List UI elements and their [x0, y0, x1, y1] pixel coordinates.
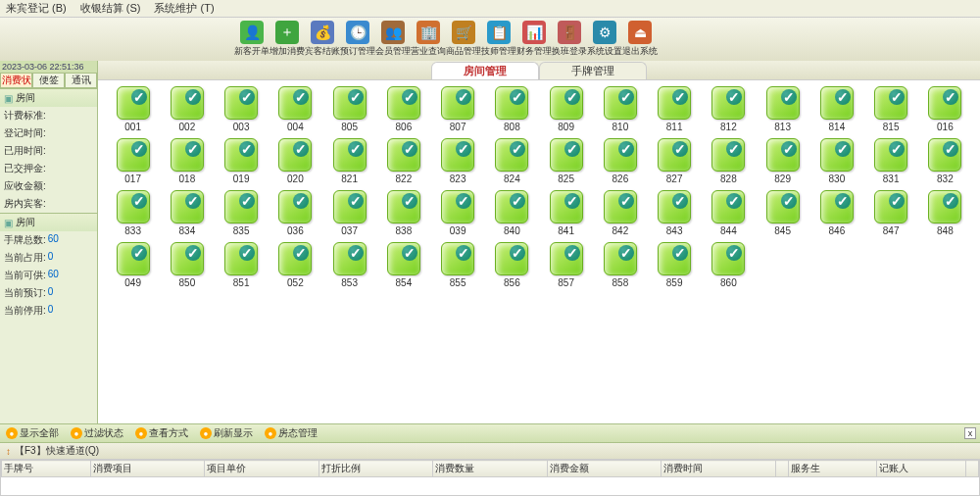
toolbar-button[interactable]: 🏢营业查询 — [412, 21, 445, 58]
toolbar-button[interactable]: 🚪换班登录 — [553, 21, 586, 58]
room-item[interactable]: 002 — [162, 86, 212, 132]
table-header-cell[interactable]: 项目单价 — [205, 461, 319, 477]
room-item[interactable]: 815 — [866, 86, 916, 132]
room-item[interactable]: 846 — [811, 190, 861, 236]
room-area: 0010020030048058068078088098108118128138… — [98, 80, 980, 423]
table-header-cell[interactable]: 消费数量 — [433, 461, 548, 477]
side-tab[interactable]: 便签 — [32, 73, 65, 88]
room-item[interactable]: 827 — [650, 138, 700, 184]
room-item[interactable]: 810 — [595, 86, 645, 132]
room-item[interactable]: 049 — [108, 242, 158, 288]
room-item[interactable]: 844 — [704, 190, 754, 236]
room-item[interactable]: 809 — [541, 86, 591, 132]
room-item[interactable]: 855 — [433, 242, 483, 288]
footer-button[interactable]: ●查看方式 — [135, 426, 188, 440]
room-item[interactable]: 858 — [595, 242, 645, 288]
room-item[interactable]: 805 — [324, 86, 374, 132]
room-item[interactable]: 828 — [704, 138, 754, 184]
room-item[interactable]: 826 — [595, 138, 645, 184]
room-item[interactable]: 822 — [378, 138, 428, 184]
room-item[interactable]: 835 — [217, 190, 267, 236]
room-item[interactable]: 833 — [108, 190, 158, 236]
room-item[interactable]: 821 — [324, 138, 374, 184]
toolbar-button[interactable]: 📊财务管理 — [517, 21, 551, 58]
room-item[interactable]: 831 — [866, 138, 916, 184]
table-header-cell[interactable]: 消费金额 — [547, 461, 662, 477]
toolbar-button[interactable]: 🛒商品管理 — [447, 21, 480, 58]
room-item[interactable]: 834 — [162, 190, 212, 236]
toolbar-button[interactable]: ＋增加消费 — [270, 21, 304, 58]
menu-item[interactable]: 收银结算 (S) — [80, 1, 141, 16]
room-item[interactable]: 823 — [433, 138, 483, 184]
room-item[interactable]: 036 — [270, 190, 320, 236]
toolbar-button[interactable]: 📋技师管理 — [482, 21, 515, 58]
table-header-cell[interactable] — [775, 461, 788, 477]
room-item[interactable]: 853 — [324, 242, 374, 288]
room-item[interactable]: 811 — [650, 86, 700, 132]
room-item[interactable]: 859 — [650, 242, 700, 288]
room-item[interactable]: 857 — [541, 242, 591, 288]
toolbar-button[interactable]: ⚙系统设置 — [588, 21, 621, 58]
room-item[interactable]: 854 — [378, 242, 428, 288]
main-tab[interactable]: 手牌管理 — [539, 62, 647, 79]
room-item[interactable]: 808 — [487, 86, 537, 132]
table-header-cell[interactable]: 消费项目 — [90, 461, 205, 477]
footer-button[interactable]: ●房态管理 — [265, 426, 318, 440]
table-header-cell[interactable]: 记账人 — [877, 461, 966, 477]
footer-button[interactable]: ●刷新显示 — [200, 426, 253, 440]
room-item[interactable]: 812 — [704, 86, 754, 132]
room-item[interactable]: 847 — [866, 190, 916, 236]
room-item[interactable]: 814 — [811, 86, 861, 132]
table-header-cell[interactable]: 手牌号 — [2, 461, 91, 477]
room-item[interactable]: 848 — [920, 190, 970, 236]
table-header-cell[interactable]: 消费时间 — [662, 461, 776, 477]
room-item[interactable]: 850 — [162, 242, 212, 288]
side-tab[interactable]: 消费状态 — [0, 73, 32, 88]
side-tab[interactable]: 通讯 — [65, 73, 97, 88]
room-item[interactable]: 825 — [541, 138, 591, 184]
menu-item[interactable]: 系统维护 (T) — [154, 1, 214, 16]
room-item[interactable]: 807 — [433, 86, 483, 132]
room-item[interactable]: 001 — [108, 86, 158, 132]
footer-button[interactable]: ●显示全部 — [6, 426, 59, 440]
room-item[interactable]: 037 — [324, 190, 374, 236]
room-item[interactable]: 052 — [270, 242, 320, 288]
toolbar-button[interactable]: 🕒预订管理 — [341, 21, 374, 58]
menu-item[interactable]: 来宾登记 (B) — [6, 1, 67, 16]
table-header-cell[interactable] — [966, 461, 979, 477]
room-item[interactable]: 840 — [487, 190, 537, 236]
room-item[interactable]: 017 — [108, 138, 158, 184]
room-item[interactable]: 842 — [595, 190, 645, 236]
room-item[interactable]: 806 — [378, 86, 428, 132]
room-item[interactable]: 824 — [487, 138, 537, 184]
room-item[interactable]: 856 — [487, 242, 537, 288]
room-item[interactable]: 841 — [541, 190, 591, 236]
room-item[interactable]: 020 — [270, 138, 320, 184]
toolbar-button[interactable]: ⏏退出系统 — [623, 21, 657, 58]
toolbar-button[interactable]: 💰宾客结账 — [306, 21, 339, 58]
room-item[interactable]: 813 — [758, 86, 808, 132]
table-header-cell[interactable]: 打折比例 — [318, 461, 433, 477]
close-icon[interactable]: x — [964, 427, 976, 439]
room-item[interactable]: 851 — [217, 242, 267, 288]
quick-channel-header[interactable]: 【F3】快速通道(Q) — [0, 443, 980, 459]
room-item[interactable]: 838 — [378, 190, 428, 236]
room-item[interactable]: 016 — [920, 86, 970, 132]
toolbar-button[interactable]: 👤新客开单 — [235, 21, 269, 58]
room-item[interactable]: 829 — [758, 138, 808, 184]
room-item[interactable]: 830 — [811, 138, 861, 184]
room-item[interactable]: 845 — [758, 190, 808, 236]
footer-button[interactable]: ●过滤状态 — [71, 426, 123, 440]
room-item[interactable]: 003 — [217, 86, 267, 132]
room-item[interactable]: 843 — [650, 190, 700, 236]
room-item[interactable]: 018 — [162, 138, 212, 184]
room-item[interactable]: 832 — [920, 138, 970, 184]
table-header-cell[interactable]: 服务生 — [788, 461, 877, 477]
main-tab[interactable]: 房间管理 — [431, 62, 539, 79]
room-item[interactable]: 004 — [270, 86, 320, 132]
room-item[interactable]: 860 — [704, 242, 754, 288]
room-icon — [874, 138, 907, 172]
room-item[interactable]: 019 — [217, 138, 267, 184]
toolbar-button[interactable]: 👥会员管理 — [376, 21, 410, 58]
room-item[interactable]: 039 — [433, 190, 483, 236]
